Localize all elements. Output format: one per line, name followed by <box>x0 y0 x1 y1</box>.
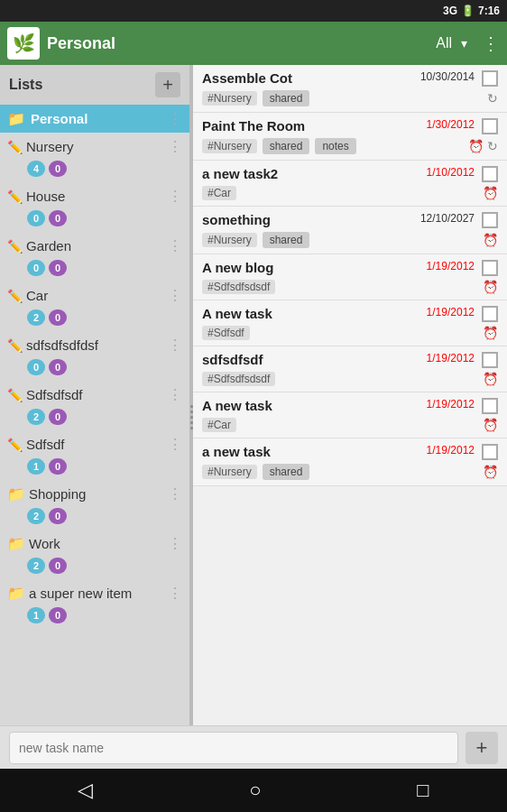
new-task-input[interactable] <box>9 732 458 764</box>
clock-icon-4[interactable]: ⏰ <box>483 233 498 247</box>
signal-indicator: 3G <box>443 5 457 17</box>
time-display: 7:16 <box>478 5 500 17</box>
task-checkbox-2[interactable] <box>482 118 498 134</box>
task-checkbox-1[interactable] <box>482 70 498 87</box>
add-task-button[interactable]: + <box>466 732 498 764</box>
task-name-6: A new task <box>202 306 416 321</box>
list-label-shopping: Shopping <box>29 486 164 502</box>
badge-purple-sdfsdfsdf: 0 <box>49 409 67 425</box>
sidebar-item-garden[interactable]: ✏️ Garden ⋮ 0 0 <box>0 232 189 281</box>
drag-handle-sdfsdf[interactable]: ⋮ <box>168 436 182 453</box>
task-item-1: Assemble Cot 10/30/2014 #Nursery shared … <box>193 65 507 113</box>
filter-dropdown-icon[interactable]: ▾ <box>461 36 467 51</box>
task-name-8: A new task <box>202 398 416 413</box>
back-button[interactable]: ◁ <box>78 779 93 802</box>
sidebar-item-house[interactable]: ✏️ House ⋮ 0 0 <box>0 182 189 232</box>
shared-btn-2[interactable]: shared <box>263 138 310 154</box>
refresh-icon-1[interactable]: ↻ <box>487 91 498 106</box>
drag-handle-garden[interactable]: ⋮ <box>168 237 182 254</box>
pencil-icon-sdfsdfsdf: ✏️ <box>7 388 23 402</box>
task-tag-3: #Car <box>202 186 236 200</box>
task-date-4: 12/10/2027 <box>420 212 475 225</box>
sidebar-item-sdfsdfsdfdsf[interactable]: ✏️ sdfsdfsdfdsf ⋮ 0 0 <box>0 331 189 381</box>
task-checkbox-5[interactable] <box>482 260 498 276</box>
sidebar-item-car[interactable]: ✏️ Car ⋮ 2 0 <box>0 281 189 331</box>
sidebar-item-sdfsdf[interactable]: ✏️ Sdfsdf ⋮ 1 0 <box>0 430 189 480</box>
clock-icon-5[interactable]: ⏰ <box>483 280 498 294</box>
shared-btn-1[interactable]: shared <box>263 90 310 106</box>
pencil-icon-car: ✏️ <box>7 289 23 303</box>
badge-blue-work: 2 <box>27 558 45 574</box>
clock-icon-3[interactable]: ⏰ <box>483 186 498 200</box>
task-checkbox-4[interactable] <box>482 212 498 228</box>
menu-icon[interactable]: ⋮ <box>482 32 500 54</box>
recents-button[interactable]: □ <box>417 779 429 802</box>
task-item-9: a new task 1/19/2012 #Nursery shared ⏰ <box>193 438 507 486</box>
list-label-work: Work <box>29 536 164 551</box>
list-label-house: House <box>26 189 164 204</box>
badge-purple-work: 0 <box>49 558 67 574</box>
badge-row-supernew: 1 0 <box>27 607 67 623</box>
task-tag-2: #Nursery <box>202 139 257 153</box>
drag-handle-shopping[interactable]: ⋮ <box>168 485 182 503</box>
task-date-1: 10/30/2014 <box>420 70 475 83</box>
badge-blue-nursery: 4 <box>27 161 45 177</box>
sidebar-item-supernew[interactable]: 📁 a super new item ⋮ 1 0 <box>0 579 189 629</box>
task-tag-8: #Car <box>202 418 236 432</box>
battery-icon: 🔋 <box>461 5 475 17</box>
drag-handle-work[interactable]: ⋮ <box>168 535 182 552</box>
task-checkbox-7[interactable] <box>482 352 498 368</box>
clock-icon-9[interactable]: ⏰ <box>483 465 498 479</box>
folder-icon-shopping: 📁 <box>7 485 25 503</box>
task-name-7: sdfsdfsdf <box>202 352 416 367</box>
add-list-button[interactable]: + <box>155 72 180 97</box>
task-list: Assemble Cot 10/30/2014 #Nursery shared … <box>193 65 507 769</box>
drag-handle-supernew[interactable]: ⋮ <box>168 585 182 602</box>
drag-handle-personal[interactable]: ⋮ <box>168 110 182 127</box>
badge-row-work: 2 0 <box>27 558 67 574</box>
badge-purple-supernew: 0 <box>49 607 67 623</box>
clock-icon-2[interactable]: ⏰ <box>468 139 484 153</box>
app-icon-glyph: 🌿 <box>13 32 35 54</box>
status-bar: 3G 🔋 7:16 <box>0 0 507 22</box>
sidebar-item-sdfsdfsdf[interactable]: ✏️ Sdfsdfsdf ⋮ 2 0 <box>0 381 189 430</box>
pencil-icon-sdfsdf: ✏️ <box>7 438 23 452</box>
shared-btn-4[interactable]: shared <box>263 232 310 248</box>
drag-handle-house[interactable]: ⋮ <box>168 188 182 205</box>
task-date-3: 1/10/2012 <box>427 166 475 179</box>
clock-icon-7[interactable]: ⏰ <box>483 372 498 386</box>
badge-row-house: 0 0 <box>27 210 67 226</box>
task-checkbox-9[interactable] <box>482 444 498 460</box>
sidebar: Lists + 📁 Personal ⋮ ✏️ Nursery ⋮ 4 0 ✏️ <box>0 65 189 769</box>
sidebar-item-nursery[interactable]: ✏️ Nursery ⋮ 4 0 <box>0 133 189 182</box>
badge-blue-sdfsdfsdfdsf: 0 <box>27 359 45 375</box>
filter-label[interactable]: All <box>436 35 452 51</box>
badge-row-shopping: 2 0 <box>27 508 67 524</box>
list-label-nursery: Nursery <box>26 139 164 154</box>
task-checkbox-6[interactable] <box>482 306 498 322</box>
sidebar-item-shopping[interactable]: 📁 Shopping ⋮ 2 0 <box>0 480 189 530</box>
drag-handle-car[interactable]: ⋮ <box>168 287 182 304</box>
refresh-icon-2[interactable]: ↻ <box>487 139 498 153</box>
task-checkbox-8[interactable] <box>482 398 498 414</box>
pencil-icon-sdfsdfsdfdsf: ✏️ <box>7 338 23 353</box>
drag-handle-sdfsdfsdf[interactable]: ⋮ <box>168 386 182 403</box>
clock-icon-6[interactable]: ⏰ <box>483 326 498 340</box>
home-button[interactable]: ○ <box>249 779 261 802</box>
badge-blue-sdfsdf: 1 <box>27 458 45 475</box>
badge-row-sdfsdfsdfdsf: 0 0 <box>27 359 67 375</box>
task-date-5: 1/19/2012 <box>427 260 475 272</box>
badge-purple-sdfsdf: 0 <box>49 458 67 475</box>
task-checkbox-3[interactable] <box>482 166 498 182</box>
shared-btn-9[interactable]: shared <box>263 464 310 480</box>
notes-btn-2[interactable]: notes <box>315 138 355 154</box>
task-date-6: 1/19/2012 <box>427 306 475 318</box>
drag-handle-sdfsdfsdfdsf[interactable]: ⋮ <box>168 337 182 354</box>
drag-handle-nursery[interactable]: ⋮ <box>168 138 182 155</box>
task-item-7: sdfsdfsdf 1/19/2012 #Sdfsdfsdsdf ⏰ <box>193 346 507 392</box>
folder-icon-personal: 📁 <box>7 110 25 127</box>
sidebar-item-work[interactable]: 📁 Work ⋮ 2 0 <box>0 530 189 579</box>
bottom-input-bar: + <box>0 725 507 769</box>
sidebar-item-personal[interactable]: 📁 Personal ⋮ <box>0 105 189 133</box>
clock-icon-8[interactable]: ⏰ <box>483 418 498 432</box>
